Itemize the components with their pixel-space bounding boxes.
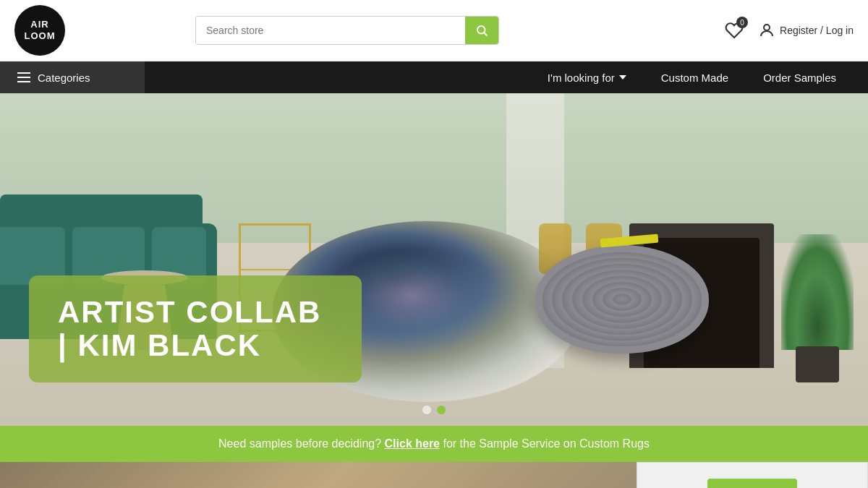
sample-bar-link[interactable]: Click here	[385, 437, 440, 450]
search-button[interactable]	[465, 17, 498, 44]
hamburger-icon	[17, 72, 30, 82]
sample-bar-text-before: Need samples before deciding?	[218, 437, 381, 450]
svg-line-1	[484, 33, 487, 35]
chevron-down-icon	[619, 75, 626, 80]
hero-title: ARTIST COLLAB | KIM BLACK	[58, 296, 333, 362]
wishlist-badge: 0	[736, 17, 748, 28]
navbar: Categories I'm looking for Custom Made O…	[0, 61, 868, 93]
logo-text: AIRLOOM	[25, 19, 56, 41]
plant-pot	[796, 346, 839, 382]
wishlist-button[interactable]: 0	[725, 21, 744, 40]
ottoman	[535, 245, 709, 354]
auth-link[interactable]: Register / Log in	[780, 25, 854, 36]
header-actions: 0 Register / Log in	[725, 21, 854, 40]
nav-item-order-samples[interactable]: Order Samples	[746, 61, 854, 93]
hero-section: ARTIST COLLAB | KIM BLACK	[0, 93, 868, 426]
svg-point-2	[764, 25, 770, 30]
logo[interactable]: AIRLOOM	[14, 5, 65, 56]
dot-1[interactable]	[422, 406, 431, 414]
search-input[interactable]	[196, 17, 465, 43]
search-bar	[195, 16, 499, 45]
hero-banner: ARTIST COLLAB | KIM BLACK	[29, 275, 362, 382]
plant-leaves	[781, 234, 854, 350]
svg-point-0	[477, 26, 485, 34]
plant	[781, 238, 854, 382]
search-icon	[475, 24, 488, 37]
site-header: AIRLOOM 0 Register / Log in	[0, 0, 868, 61]
dot-2[interactable]	[437, 406, 446, 414]
sample-bar: Need samples before deciding? Click here…	[0, 426, 868, 462]
user-icon	[758, 22, 775, 39]
shop-now-button[interactable]: Shop Now	[707, 479, 797, 489]
categories-label: Categories	[38, 72, 90, 84]
nav-right: I'm looking for Custom Made Order Sample…	[530, 61, 868, 93]
hero-dots	[422, 406, 446, 414]
bottom-card-right: Shop Now	[637, 462, 868, 488]
nav-item-custom-made[interactable]: Custom Made	[644, 61, 746, 93]
categories-button[interactable]: Categories	[0, 61, 145, 93]
nav-item-looking-for[interactable]: I'm looking for	[530, 61, 644, 93]
auth-actions: Register / Log in	[758, 22, 854, 39]
sample-bar-text-after: for the Sample Service on Custom Rugs	[443, 437, 649, 450]
bottom-section: Shop Now	[0, 462, 868, 488]
bottom-card-left	[0, 462, 637, 488]
